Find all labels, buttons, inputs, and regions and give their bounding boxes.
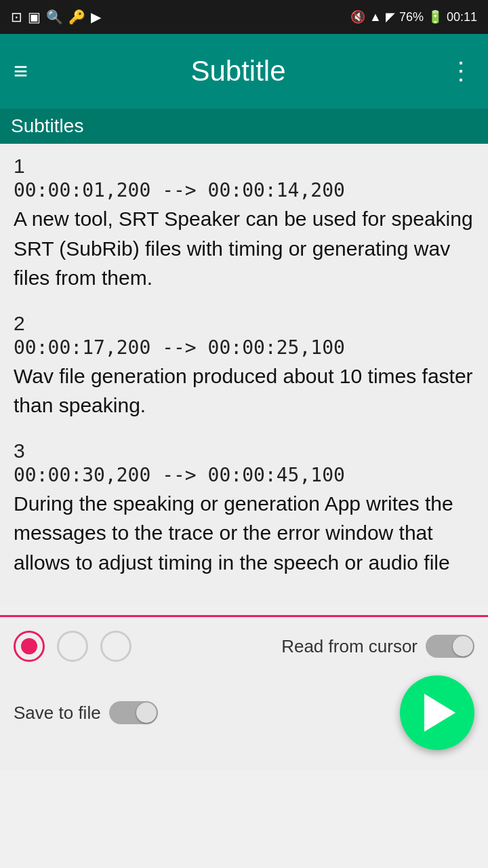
image-icon: ▣ bbox=[28, 9, 41, 25]
hamburger-menu-icon[interactable]: ≡ bbox=[14, 59, 28, 83]
time: 00:11 bbox=[447, 10, 477, 24]
read-from-cursor-toggle[interactable] bbox=[426, 635, 474, 658]
subtitle-entry-3: 3 00:00:30,200 --> 00:00:45,100 During t… bbox=[14, 439, 474, 578]
play-store-icon: ▶ bbox=[91, 9, 101, 25]
subtitle-text-3: During the speaking or generation App wr… bbox=[14, 489, 474, 578]
usb-icon: ⊡ bbox=[11, 9, 22, 25]
status-icons-left: ⊡ ▣ 🔍 🔑 ▶ bbox=[11, 9, 101, 25]
app-title: Subtitle bbox=[28, 55, 449, 87]
bottom-row-save-play: Save to file bbox=[14, 675, 474, 750]
subtitles-header: Subtitles bbox=[0, 108, 488, 144]
app-bar: ≡ Subtitle ⋮ bbox=[0, 34, 488, 108]
toggle-thumb bbox=[453, 636, 473, 656]
subtitle-timing-1: 00:00:01,200 --> 00:00:14,200 bbox=[14, 179, 474, 201]
subtitle-timing-2: 00:00:17,200 --> 00:00:25,100 bbox=[14, 336, 474, 359]
save-to-file-label: Save to file bbox=[14, 703, 101, 724]
radio-inner-1 bbox=[21, 638, 37, 654]
bottom-row-controls: Read from cursor bbox=[14, 631, 474, 662]
more-options-icon[interactable]: ⋮ bbox=[449, 59, 474, 83]
radio-button-3[interactable] bbox=[100, 631, 131, 662]
radio-button-1[interactable] bbox=[14, 631, 45, 662]
content-area: 1 00:00:01,200 --> 00:00:14,200 A new to… bbox=[0, 144, 488, 607]
play-button[interactable] bbox=[400, 675, 474, 750]
subtitle-text-2: Wav file generation produced about 10 ti… bbox=[14, 361, 474, 420]
lock-icon: 🔑 bbox=[68, 9, 85, 25]
radio-group bbox=[14, 631, 131, 662]
subtitle-entry-1: 1 00:00:01,200 --> 00:00:14,200 A new to… bbox=[14, 155, 474, 293]
save-to-file-toggle[interactable] bbox=[109, 701, 158, 724]
subtitle-text-1: A new tool, SRT Speaker can be used for … bbox=[14, 204, 474, 293]
signal-icon: ◤ bbox=[386, 9, 395, 24]
read-from-cursor-control: Read from cursor bbox=[281, 635, 474, 658]
radio-button-2[interactable] bbox=[57, 631, 88, 662]
search-icon: 🔍 bbox=[46, 9, 63, 25]
volume-icon: 🔇 bbox=[350, 9, 365, 24]
battery-icon: 🔋 bbox=[428, 9, 443, 24]
read-from-cursor-label: Read from cursor bbox=[281, 636, 418, 657]
save-toggle-thumb bbox=[136, 703, 157, 723]
battery-percent: 76% bbox=[399, 10, 424, 24]
bottom-bar: Read from cursor Save to file bbox=[0, 617, 488, 770]
play-icon bbox=[424, 694, 455, 732]
status-bar: ⊡ ▣ 🔍 🔑 ▶ 🔇 ▲ ◤ 76% 🔋 00:11 bbox=[0, 0, 488, 34]
subtitle-entry-2: 2 00:00:17,200 --> 00:00:25,100 Wav file… bbox=[14, 312, 474, 420]
subtitle-timing-3: 00:00:30,200 --> 00:00:45,100 bbox=[14, 464, 474, 486]
subtitle-number-3: 3 bbox=[14, 439, 474, 462]
save-to-file-control: Save to file bbox=[14, 701, 158, 724]
subtitle-number-1: 1 bbox=[14, 155, 474, 178]
wifi-icon: ▲ bbox=[369, 10, 382, 24]
status-icons-right: 🔇 ▲ ◤ 76% 🔋 00:11 bbox=[350, 9, 477, 24]
subtitle-number-2: 2 bbox=[14, 312, 474, 335]
